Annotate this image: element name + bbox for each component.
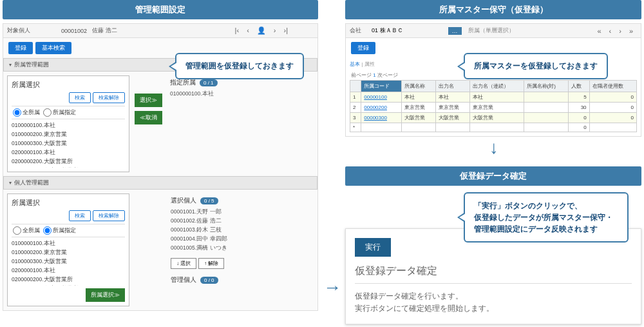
th-cnt[interactable]: 人数 (569, 81, 589, 92)
company-lookup-button[interactable]: … (448, 27, 462, 35)
dept-label: 所属（単層選択） (468, 26, 515, 35)
th-out2[interactable]: 出力名（連続） (469, 81, 524, 92)
assigned-dept-badge: 0 / 1 (200, 79, 218, 86)
radio-select-label: 所属指定 (53, 109, 76, 115)
pick-button[interactable]: ↓ 選択 (171, 258, 196, 269)
list-item[interactable]: 0100000300.大阪営業 (12, 139, 125, 148)
page-prev-icon[interactable]: ‹ (609, 27, 612, 35)
chevron-down-icon: ▾ (9, 180, 12, 186)
th-emp[interactable]: 在職者使用数 (589, 81, 636, 92)
table-row[interactable]: 200000200東京営業東京営業東京営業300 (350, 103, 637, 113)
list-item[interactable]: 0100000100.本社 (12, 239, 125, 248)
dept-list[interactable]: 0100000100.本社 0100000200.東京営業 0100000300… (12, 121, 125, 168)
register-button[interactable]: 登録 (8, 42, 33, 54)
basic-search-button[interactable]: 基本検索 (35, 42, 71, 54)
execute-button[interactable]: 実行 (355, 238, 391, 257)
mgmt-person-title: 管理個人 (171, 275, 196, 284)
nav-last-icon[interactable]: ›| (283, 26, 288, 35)
target-label: 対象個人 (7, 26, 30, 35)
target-row: 対象個人 00001002 佐藤 浩二 |‹ ‹ 👤 › ›| (3, 24, 317, 38)
person-item: 00001002.佐藤 浩二 (171, 217, 311, 226)
dept-section-label: 所属管理範囲 (14, 61, 49, 69)
confirm-desc2: 実行ボタンにて確定処理を開始します。 (355, 302, 632, 315)
assigned-dept-title: 指定所属 (170, 78, 196, 87)
dept-list2[interactable]: 0100000100.本社 0100000200.東京営業 0100000300… (12, 239, 125, 286)
person-section-label: 個人管理範囲 (14, 179, 49, 187)
selected-person-title: 選択個人 (171, 196, 196, 205)
tab-attr[interactable]: 属性 (365, 61, 375, 67)
list-item[interactable]: 0200000200.大阪営業所 (12, 157, 125, 166)
confirm-desc1: 仮登録データ確定を行います。 (355, 290, 632, 302)
search-button[interactable]: 検索 (69, 92, 91, 103)
dept-select-button[interactable]: 所属選択≫ (86, 288, 125, 302)
list-item[interactable]: 0100000200.東京営業 (12, 130, 125, 139)
master-register-button[interactable]: 登録 (351, 42, 375, 54)
radio-all-dept2[interactable] (13, 226, 21, 235)
table-row[interactable]: 100000100本社本社本社50 (350, 92, 637, 103)
cancel-button[interactable]: ≪取消 (135, 111, 162, 124)
bubble-left: 管理範囲を仮登録しておきます (175, 53, 304, 79)
dept-table: 所属コード 所属名称 出力名 出力名（連続） 所属名称(対) 人数 在職者使用数… (350, 80, 637, 132)
company-value: 01 株ＡＢＣ (372, 26, 403, 35)
list-item[interactable]: 0200000300.名古屋営業所 (12, 284, 125, 286)
th-num (350, 81, 361, 92)
assigned-dept-item: 0100000100.本社 (170, 90, 311, 99)
list-item[interactable]: 0200000200.大阪営業所 (12, 275, 125, 284)
th-code[interactable]: 所属コード (361, 81, 402, 92)
th-alt[interactable]: 所属名称(対) (524, 81, 569, 92)
dept-select-box: 所属選択 検索 検索解除 全所属 所属指定 0100000100.本社 0100… (7, 75, 129, 172)
bubble-confirm: 「実行」ボタンのクリックで、 仮登録したデータが所属マスター保守・ 管理範囲設定… (464, 192, 629, 243)
arrow-right-icon: → (323, 277, 341, 298)
radio-select-dept[interactable] (43, 108, 52, 117)
clear-search-button[interactable]: 検索解除 (93, 210, 125, 221)
radio-all-dept[interactable] (13, 108, 21, 117)
radio-select-label2: 所属指定 (53, 227, 76, 233)
table-row[interactable]: *0 (350, 123, 637, 132)
bubble-master: 所属マスターを仮登録しておきます (464, 53, 608, 79)
chevron-down-icon: ▾ (9, 62, 12, 68)
page-next-icon[interactable]: › (619, 27, 621, 35)
list-item[interactable]: 0100000200.東京営業 (12, 248, 125, 257)
person-item: 00001004.田中 幸四郎 (171, 235, 311, 244)
person-item: 00001003.鈴木 三枝 (171, 226, 311, 235)
person-item: 00001001.天野 一郎 (171, 208, 311, 217)
list-item[interactable]: 0200000100.本社 (12, 266, 125, 275)
list-item[interactable]: 0100000300.大阪営業 (12, 257, 125, 266)
person-select-box: 所属選択 検索 検索解除 全所属 所属指定 0100000100.本社 0100… (7, 193, 129, 306)
nav-next-icon[interactable]: › (274, 26, 276, 35)
page-first-icon[interactable]: « (597, 27, 601, 35)
unpick-button[interactable]: ↑ 解除 (198, 258, 224, 269)
person-section-header[interactable]: ▾個人管理範囲 (3, 176, 317, 190)
confirm-heading: 仮登録データ確定 (355, 264, 632, 284)
list-item[interactable]: 0100000100.本社 (12, 121, 125, 130)
search-button[interactable]: 検索 (69, 210, 91, 221)
page-prev-link[interactable]: 前ページ (351, 72, 372, 78)
select-button[interactable]: 選択≫ (135, 94, 162, 107)
mgmt-person-badge: 0 / 0 (200, 277, 218, 284)
arrow-down-icon: ↓ (489, 137, 498, 158)
left-title: 管理範囲設定 (3, 0, 318, 19)
target-name: 佐藤 浩二 (92, 26, 117, 35)
radio-select-dept2[interactable] (43, 226, 52, 235)
list-item[interactable]: 0200000300.名古屋営業所 (12, 166, 125, 168)
clear-search-button[interactable]: 検索解除 (93, 92, 125, 103)
list-item[interactable]: 0200000100.本社 (12, 148, 125, 157)
page-last-icon[interactable]: » (629, 27, 633, 35)
th-out1[interactable]: 出力名 (436, 81, 470, 92)
nav-first-icon[interactable]: |‹ (235, 26, 240, 35)
target-code: 00001002 (61, 28, 87, 34)
page-next-link[interactable]: 次ページ (377, 72, 398, 78)
company-label: 会社 (350, 26, 361, 35)
page-number[interactable]: 1 (373, 72, 375, 78)
select-title: 所属選択 (12, 80, 125, 90)
table-row[interactable]: 300000300大阪営業大阪営業大阪営業00 (350, 113, 637, 123)
confirm-title: 仮登録データ確定 (345, 166, 641, 186)
confirm-card: 実行 仮登録データ確定 仮登録データ確定を行います。 実行ボタンにて確定処理を開… (345, 228, 641, 324)
tab-basic[interactable]: 基本 (350, 61, 360, 67)
th-name[interactable]: 所属名称 (402, 81, 436, 92)
person-item: 00001005.満橋 いつき (171, 244, 311, 253)
nav-person-icon[interactable]: 👤 (257, 26, 266, 35)
nav-prev-icon[interactable]: ‹ (247, 26, 249, 35)
radio-all-label2: 全所属 (23, 227, 40, 233)
master-title: 所属マスター保守（仮登録） (345, 0, 641, 19)
